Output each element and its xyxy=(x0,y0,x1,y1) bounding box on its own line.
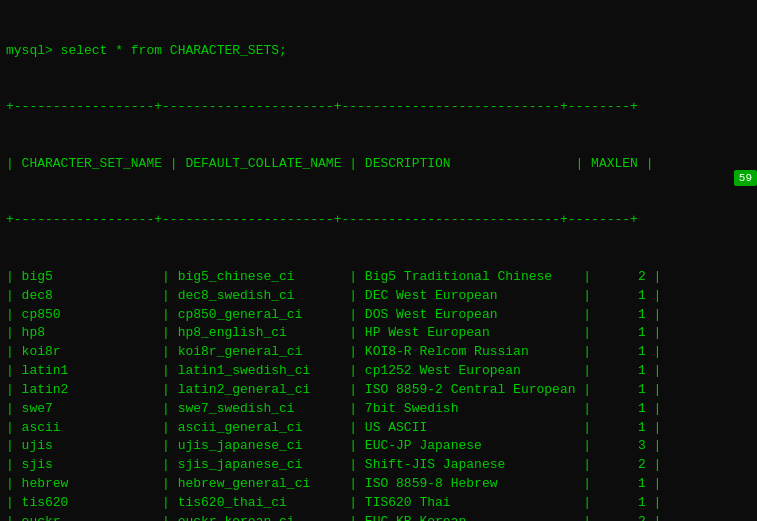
table-header: | CHARACTER_SET_NAME | DEFAULT_COLLATE_N… xyxy=(6,155,751,174)
table-row: | swe7 | swe7_swedish_ci | 7bit Swedish … xyxy=(6,400,751,419)
table-row: | big5 | big5_chinese_ci | Big5 Traditio… xyxy=(6,268,751,287)
table-row: | hp8 | hp8_english_ci | HP West Europea… xyxy=(6,324,751,343)
table-row: | latin1 | latin1_swedish_ci | cp1252 We… xyxy=(6,362,751,381)
table-row: | dec8 | dec8_swedish_ci | DEC West Euro… xyxy=(6,287,751,306)
table-row: | ascii | ascii_general_ci | US ASCII | … xyxy=(6,419,751,438)
table-row: | sjis | sjis_japanese_ci | Shift-JIS Ja… xyxy=(6,456,751,475)
table-row: | latin2 | latin2_general_ci | ISO 8859-… xyxy=(6,381,751,400)
table-row: | cp850 | cp850_general_ci | DOS West Eu… xyxy=(6,306,751,325)
table-row: | koi8r | koi8r_general_ci | KOI8-R Relc… xyxy=(6,343,751,362)
separator-mid: +------------------+--------------------… xyxy=(6,211,751,230)
table-body: | big5 | big5_chinese_ci | Big5 Traditio… xyxy=(6,268,751,521)
command-line: mysql> select * from CHARACTER_SETS; xyxy=(6,42,751,61)
table-row: | tis620 | tis620_thai_ci | TIS620 Thai … xyxy=(6,494,751,513)
table-row: | euckr | euckr_korean_ci | EUC-KR Korea… xyxy=(6,513,751,521)
separator-top: +------------------+--------------------… xyxy=(6,98,751,117)
scroll-indicator: 59 xyxy=(734,170,757,186)
terminal-window: mysql> select * from CHARACTER_SETS; +--… xyxy=(0,0,757,521)
table-row: | ujis | ujis_japanese_ci | EUC-JP Japan… xyxy=(6,437,751,456)
table-row: | hebrew | hebrew_general_ci | ISO 8859-… xyxy=(6,475,751,494)
